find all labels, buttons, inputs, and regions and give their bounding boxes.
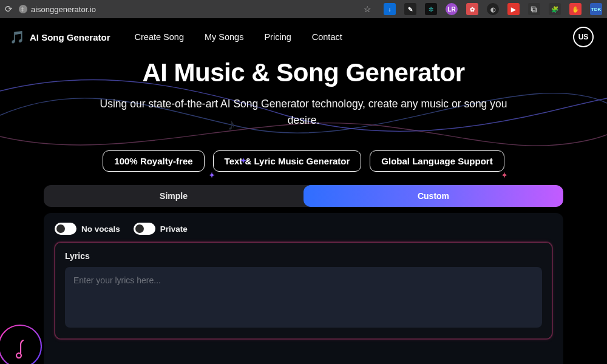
music-note-icon: 🎵 (10, 30, 25, 44)
extension-icon[interactable]: LR (446, 3, 458, 15)
extension-icon[interactable]: ⿻ (528, 3, 540, 15)
extension-icon[interactable]: ✋ (569, 3, 582, 15)
extension-icon[interactable]: ✎ (404, 3, 416, 15)
extension-icon[interactable]: ◐ (487, 3, 499, 15)
tab-custom[interactable]: Custom (304, 185, 563, 207)
feature-pills: 100% Royalty-free Text & Lyric Music Gen… (0, 150, 607, 172)
nav-contact[interactable]: Contact (312, 32, 342, 42)
extension-icon[interactable]: ↓ (384, 3, 396, 15)
hero-section: AI Music & Song Generator Using our stat… (0, 53, 607, 133)
user-avatar[interactable]: US (573, 27, 594, 47)
bookmark-star-icon[interactable]: ☆ (364, 4, 371, 14)
custom-panel: No vocals Private Lyrics (44, 213, 563, 364)
feature-royalty-free: 100% Royalty-free (103, 150, 204, 172)
toggle-no-vocals: No vocals (55, 223, 120, 235)
brand-logo[interactable]: 🎵 AI Song Generator (10, 30, 110, 44)
site-header: 🎵 AI Song Generator Create Song My Songs… (0, 18, 607, 53)
lyrics-label: Lyrics (65, 251, 542, 261)
sparkle-icon: ✦ (209, 171, 215, 180)
nav-create-song[interactable]: Create Song (135, 32, 184, 42)
reload-icon[interactable]: ⟳ (5, 4, 13, 15)
browser-chrome: ⟳ aisonggenerator.io ☆ ↓ ✎ ✲ LR ✿ ◐ ▶ ⿻ … (0, 0, 607, 18)
feature-global-language: Global Language Support ✦ (370, 150, 504, 172)
toggle-private: Private (134, 223, 188, 235)
url-text: aisonggenerator.io (31, 5, 96, 14)
nav-pricing[interactable]: Pricing (264, 32, 291, 42)
extension-icon[interactable]: ▶ (507, 3, 520, 15)
generator-panel: Simple Custom No vocals Private Lyrics (0, 185, 607, 364)
extension-icon[interactable]: ✿ (466, 3, 478, 15)
tab-simple[interactable]: Simple (44, 185, 304, 207)
extension-icon[interactable]: 🧩 (549, 3, 561, 15)
url-bar[interactable]: aisonggenerator.io (19, 5, 96, 14)
page-subtitle: Using our state-of-the-art AI Song Gener… (85, 96, 522, 129)
sparkle-icon: ✦ (501, 171, 507, 180)
brand-name: AI Song Generator (30, 32, 110, 42)
page-title: AI Music & Song Generator (24, 58, 583, 87)
no-vocals-switch[interactable] (55, 223, 76, 235)
mode-tabs: Simple Custom (44, 185, 563, 207)
extension-icon[interactable]: ✲ (425, 3, 437, 15)
feature-text-lyric-generator: Text & Lyric Music Generator ✦ ✦ (213, 150, 362, 172)
extension-icon[interactable]: TDK (590, 3, 602, 15)
nav-my-songs[interactable]: My Songs (205, 32, 243, 42)
no-vocals-label: No vocals (81, 224, 120, 234)
private-switch[interactable] (134, 223, 155, 235)
lyrics-section: Lyrics (55, 242, 552, 339)
toggle-row: No vocals Private (55, 223, 552, 235)
site-settings-icon[interactable] (19, 5, 27, 13)
private-label: Private (160, 224, 188, 234)
lyrics-input[interactable] (65, 267, 542, 328)
